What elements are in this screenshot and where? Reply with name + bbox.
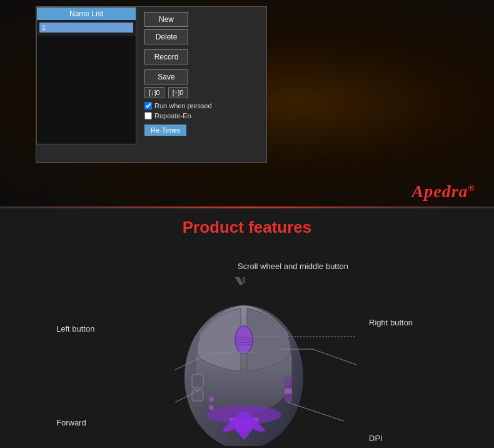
- features-title: Product features: [0, 208, 494, 243]
- left-button-label: Left button: [56, 324, 94, 333]
- save-button[interactable]: Save: [144, 69, 188, 84]
- record-section: Record: [144, 49, 261, 64]
- record-button[interactable]: Record: [144, 49, 188, 64]
- features-section: Product features Scroll wheel and middle…: [0, 208, 494, 448]
- controls-panel: New Delete Record Save [↓]0 [↑]0 Run whe…: [139, 7, 266, 141]
- svg-rect-12: [285, 389, 292, 394]
- counter-row: [↓]0 [↑]0: [144, 87, 261, 98]
- dpi-label: DPI: [369, 434, 383, 443]
- repeat-en-row: Repeate-En: [144, 112, 261, 120]
- name-list-area: [37, 36, 136, 143]
- run-when-pressed-checkbox[interactable]: [144, 102, 152, 109]
- svg-line-19: [288, 402, 344, 421]
- repeat-en-checkbox[interactable]: [144, 112, 152, 120]
- svg-point-10: [209, 405, 214, 410]
- counter-up-button[interactable]: [↑]0: [168, 87, 188, 98]
- run-when-pressed-label: Run when pressed: [154, 102, 212, 109]
- name-list-input[interactable]: [39, 23, 133, 33]
- repeat-en-label: Repeate-En: [154, 112, 191, 120]
- top-section: Name List New Delete Record Save [↓]0 [↑…: [0, 0, 494, 206]
- run-when-pressed-row: Run when pressed: [144, 102, 261, 109]
- name-list-header: Name List: [37, 8, 136, 20]
- brand-section: Apedra®: [412, 181, 475, 201]
- name-list-panel: Name List: [36, 7, 136, 145]
- brand-name: Apedra®: [412, 181, 475, 201]
- right-button-label: Right button: [369, 318, 413, 327]
- svg-rect-7: [192, 390, 203, 401]
- retimes-button[interactable]: Re-Times: [144, 125, 186, 136]
- delete-button[interactable]: Delete: [144, 29, 188, 44]
- forward-label: Forward: [56, 418, 86, 427]
- new-button[interactable]: New: [144, 12, 188, 27]
- scroll-wheel-label: Scroll wheel and middle button: [238, 262, 348, 271]
- mouse-illustration: [119, 277, 369, 446]
- svg-rect-6: [192, 374, 203, 388]
- macro-dialog: Name List New Delete Record Save [↓]0 [↑…: [36, 6, 267, 163]
- svg-point-9: [209, 397, 214, 402]
- svg-line-17: [313, 349, 356, 365]
- counter-down-button[interactable]: [↓]0: [144, 87, 164, 98]
